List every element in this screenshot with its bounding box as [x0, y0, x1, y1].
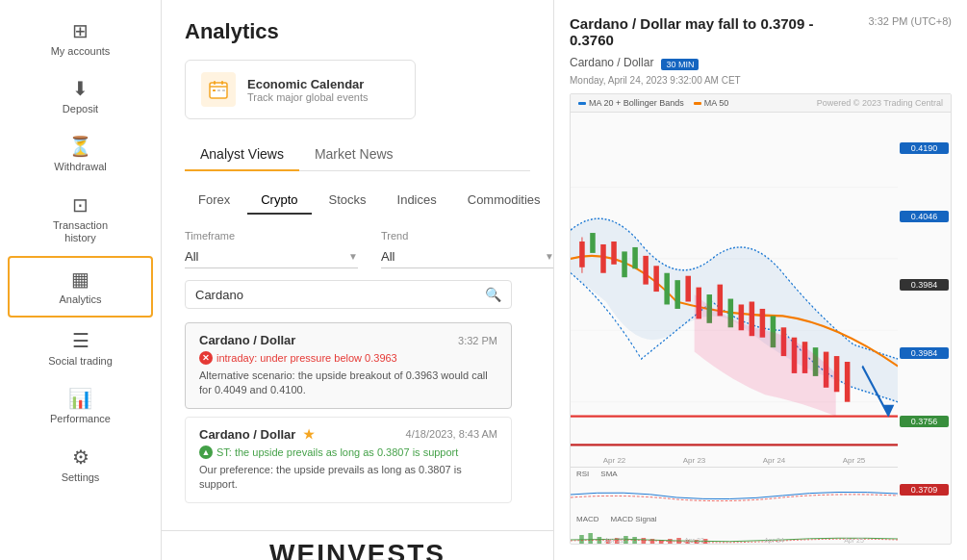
- main-content: Analytics Economic Calendar Track major …: [162, 0, 553, 560]
- timeframe-select[interactable]: All ▼: [185, 245, 358, 268]
- sidebar-item-analytics[interactable]: ▦ Analytics: [8, 256, 153, 318]
- sidebar-item-label: Social trading: [48, 355, 113, 368]
- sidebar-item-settings[interactable]: ⚙ Settings: [0, 436, 161, 494]
- subtab-stocks[interactable]: Stocks: [316, 187, 380, 215]
- card-time: 4/18/2023, 8:43 AM: [406, 428, 497, 440]
- svg-rect-6: [222, 89, 225, 91]
- social-icon: ☰: [72, 329, 89, 352]
- card-time: 3:32 PM: [458, 335, 497, 346]
- svg-rect-27: [718, 285, 724, 317]
- card-description: Alternative scenario: the upside breakou…: [199, 369, 497, 398]
- svg-rect-15: [590, 233, 596, 253]
- price-labels: 0.4190 0.4046 0.3984 0.3984 0.3756 0.370…: [898, 94, 951, 544]
- sidebar-item-label: Analytics: [59, 293, 101, 306]
- price-tag-3: 0.3984: [900, 279, 949, 291]
- svg-rect-19: [632, 247, 638, 268]
- trend-select[interactable]: All ▼: [381, 245, 553, 268]
- svg-rect-39: [845, 362, 851, 402]
- sidebar-item-social-trading[interactable]: ☰ Social trading: [0, 319, 161, 377]
- macd-labels-row: MACD MACD Signal: [571, 513, 898, 525]
- price-tag-6: 0.3709: [900, 484, 949, 496]
- card-header: Cardano / Dollar ★ 4/18/2023, 8:43 AM: [199, 427, 497, 442]
- macd-label: MACD: [576, 515, 599, 523]
- rsi-label: RSI: [576, 470, 589, 478]
- svg-rect-18: [622, 251, 627, 277]
- rp-analysis-title: Cardano / Dollar may fall to 0.3709 - 0.…: [570, 15, 869, 48]
- sidebar-item-label: Withdrawal: [54, 161, 106, 173]
- sidebar-item-label: My accounts: [51, 45, 111, 58]
- subtab-indices[interactable]: Indices: [384, 187, 450, 215]
- sma-label: SMA: [600, 470, 617, 478]
- legend-ma50-color: [694, 102, 701, 105]
- withdrawal-icon: ⏳: [68, 135, 92, 158]
- svg-rect-23: [674, 280, 680, 309]
- svg-rect-22: [664, 273, 670, 305]
- search-bar: 🔍: [185, 280, 512, 309]
- analytics-icon: ▦: [71, 267, 89, 291]
- subtab-crypto[interactable]: Crypto: [247, 187, 311, 215]
- chart-svg: [571, 115, 898, 488]
- signal-down-icon: ✕: [199, 351, 213, 365]
- analysis-card-2[interactable]: Cardano / Dollar ★ 4/18/2023, 8:43 AM ▲ …: [185, 417, 512, 503]
- macd-legend: RSI SMA: [571, 468, 898, 480]
- x-label-2: Apr 23: [683, 456, 706, 465]
- sidebar-item-withdrawal[interactable]: ⏳ Withdrawal: [0, 125, 161, 183]
- sidebar-item-transaction-history[interactable]: ⊡ Transactionhistory: [0, 184, 161, 254]
- sidebar-item-label: Deposit: [63, 103, 98, 115]
- x-label-4: Apr 25: [843, 456, 866, 465]
- rsi-chart: [571, 480, 898, 509]
- search-input[interactable]: [195, 288, 485, 302]
- right-panel: Cardano / Dollar may fall to 0.3709 - 0.…: [553, 0, 967, 560]
- sidebar-item-label: Performance: [50, 413, 111, 425]
- main-tab-bar: Analyst Views Market News: [185, 139, 530, 171]
- page-title: Analytics: [185, 19, 530, 44]
- macd-signal-label: MACD Signal: [611, 515, 657, 523]
- econ-text: Economic Calendar Track major global eve…: [247, 77, 369, 103]
- timeframe-label: Timeframe: [185, 230, 358, 242]
- price-tag-2: 0.4046: [900, 211, 949, 222]
- sidebar-item-my-accounts[interactable]: ⊞ My accounts: [0, 10, 161, 67]
- economic-calendar-card[interactable]: Economic Calendar Track major global eve…: [185, 60, 416, 119]
- legend-item-ma20: MA 20 + Bollinger Bands: [578, 98, 684, 108]
- svg-rect-16: [600, 244, 606, 273]
- sidebar-item-performance[interactable]: 📊 Performance: [0, 377, 161, 435]
- card-description: Our preference: the upside prevails as l…: [199, 463, 497, 493]
- signal-up-icon: ▲: [199, 445, 213, 459]
- chart-legend: MA 20 + Bollinger Bands MA 50 Powered © …: [571, 94, 951, 113]
- svg-rect-20: [643, 256, 649, 285]
- tab-market-news[interactable]: Market News: [299, 139, 409, 171]
- star-icon: ★: [303, 427, 315, 442]
- timeframe-filter: Timeframe All ▼: [185, 230, 358, 268]
- search-icon: 🔍: [485, 287, 501, 302]
- timeframe-badge: 30 MIN: [661, 59, 699, 70]
- subtab-forex[interactable]: Forex: [185, 187, 243, 215]
- sidebar-item-label: Settings: [62, 471, 100, 484]
- sidebar-item-label: Transactionhistory: [53, 219, 108, 244]
- svg-rect-21: [653, 266, 659, 292]
- signal-text: ST: the upside prevails as long as 0.380…: [216, 446, 458, 458]
- econ-subtitle: Track major global events: [247, 91, 369, 103]
- rp-date: Monday, April 24, 2023 9:32:00 AM CET: [570, 75, 952, 86]
- rp-pair-name: Cardano / Dollar: [570, 56, 653, 69]
- subtab-commodities[interactable]: Commodities: [454, 187, 553, 215]
- sidebar: ⊞ My accounts ⬇ Deposit ⏳ Withdrawal ⊡ T…: [0, 0, 162, 560]
- deposit-icon: ⬇: [72, 77, 89, 100]
- price-tag-4: 0.3984: [900, 347, 949, 359]
- weinvests-banner: WEINVESTS: [162, 530, 553, 560]
- x-label-1: Apr 22: [603, 456, 626, 465]
- analysis-list: Cardano / Dollar 3:32 PM ✕ intraday: und…: [185, 322, 512, 511]
- trend-value: All: [381, 249, 394, 264]
- card-header: Cardano / Dollar 3:32 PM: [199, 333, 497, 347]
- trend-arrow-icon: ▼: [545, 251, 553, 262]
- timeframe-value: All: [185, 249, 198, 264]
- analysis-card-1[interactable]: Cardano / Dollar 3:32 PM ✕ intraday: und…: [185, 322, 512, 409]
- legend-ma20-color: [578, 102, 586, 105]
- tab-analyst-views[interactable]: Analyst Views: [185, 139, 299, 171]
- svg-rect-4: [213, 89, 216, 91]
- sub-tab-bar: Forex Crypto Stocks Indices Commodities: [185, 187, 530, 215]
- legend-item-ma50: MA 50: [694, 98, 729, 108]
- transaction-icon: ⊡: [72, 193, 89, 216]
- svg-rect-3: [221, 81, 223, 85]
- sidebar-item-deposit[interactable]: ⬇ Deposit: [0, 67, 161, 125]
- card-title: Cardano / Dollar: [199, 333, 295, 347]
